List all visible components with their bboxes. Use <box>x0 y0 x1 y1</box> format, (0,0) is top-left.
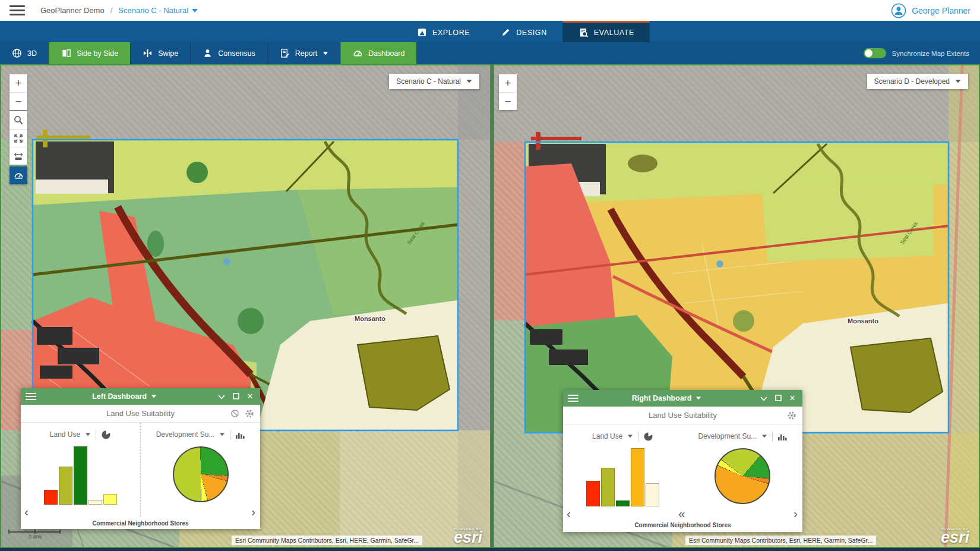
close-icon[interactable]: × <box>245 391 255 402</box>
evaluate-toolbar: 3D Side by Side Swipe Consensus Report D… <box>0 42 980 64</box>
sync-extents-control: Synchronize Map Extents <box>864 42 980 64</box>
user-name: George Planner <box>912 6 970 15</box>
right-map-attribution: Esri Community Maps Contributors, Esri, … <box>685 536 876 545</box>
right-map-scenario-select[interactable]: Scenario D - Developed <box>867 74 968 89</box>
pie-chart-type-icon[interactable] <box>101 430 111 440</box>
panel-menu-icon[interactable] <box>568 393 578 404</box>
panel-menu-icon[interactable] <box>26 391 36 402</box>
full-extent-button[interactable] <box>10 129 27 147</box>
consensus-icon <box>203 48 213 58</box>
zoom-in-button[interactable]: + <box>10 74 27 92</box>
bar-chart-type-icon[interactable] <box>777 432 787 441</box>
app-title: GeoPlanner Demo <box>40 6 105 15</box>
tab-evaluate[interactable]: EVALUATE <box>562 21 650 42</box>
gear-icon[interactable] <box>245 409 254 418</box>
zoom-out-button[interactable]: − <box>10 92 27 110</box>
chevron-down-icon <box>192 9 198 12</box>
widget-title: Land Use Suitability <box>649 411 717 420</box>
pie-chart-widget: Development Su... <box>683 424 803 518</box>
app-header: GeoPlanner Demo / Scenario C - Natural G… <box>0 0 980 21</box>
pie-chart-type-icon[interactable] <box>643 432 653 442</box>
chart-caption: Commercial Neighborhood Stores <box>21 520 260 527</box>
report-icon <box>280 48 290 58</box>
left-dashboard-header[interactable]: Left Dashboard × <box>21 388 260 405</box>
collapse-icon[interactable] <box>758 394 769 403</box>
scenario-breadcrumb-dropdown[interactable]: Scenario C - Natural <box>118 6 198 15</box>
dashboard-button[interactable]: Dashboard <box>340 42 416 64</box>
chevron-down-icon <box>220 433 225 436</box>
pie-chart-widget: Development Su... <box>140 423 260 517</box>
chart-field-select[interactable]: Land Use <box>592 432 622 440</box>
gauge-icon <box>353 48 363 58</box>
panel-title-dropdown[interactable]: Left Dashboard <box>36 392 213 401</box>
collapse-icon[interactable] <box>216 392 227 401</box>
zoom-in-button[interactable]: + <box>499 74 517 92</box>
right-map-zoom-controls: + − <box>499 74 517 110</box>
primary-nav: EXPLORE DESIGN EVALUATE <box>0 21 980 42</box>
user-menu[interactable]: George Planner <box>891 3 970 18</box>
bar-chart-widget: Land Use <box>563 424 683 518</box>
tab-design[interactable]: DESIGN <box>485 21 562 42</box>
left-map-zoom-controls: + − <box>10 74 27 110</box>
maximize-icon[interactable] <box>773 394 783 403</box>
development-suitability-pie-chart[interactable] <box>173 446 229 502</box>
map-label-city: Monsanto <box>355 315 385 322</box>
side-by-side-button[interactable]: Side by Side <box>49 42 130 64</box>
carousel-next-button[interactable]: › <box>251 505 255 519</box>
panel-title-dropdown[interactable]: Right Dashboard <box>578 394 755 402</box>
consensus-button[interactable]: Consensus <box>190 42 267 64</box>
chart-field-select[interactable]: Development Su... <box>698 432 757 440</box>
close-icon[interactable]: × <box>787 393 798 404</box>
bar-chart-widget: Land Use <box>21 423 140 517</box>
sync-extents-toggle[interactable] <box>864 48 886 58</box>
swipe-icon <box>143 48 153 58</box>
chevron-down-icon <box>86 433 90 436</box>
widget-title: Land Use Suitability <box>106 409 175 418</box>
esri-logo: POWERED BYesri <box>454 528 482 544</box>
maximize-icon[interactable] <box>230 392 241 401</box>
dashboard-toggle-button[interactable] <box>10 166 27 184</box>
chart-field-select[interactable]: Development Su... <box>156 430 215 439</box>
zoom-out-button[interactable]: − <box>499 92 517 110</box>
swipe-button[interactable]: Swipe <box>130 42 190 64</box>
breadcrumb-separator: / <box>110 6 113 15</box>
carousel-page-button[interactable]: « <box>678 506 685 521</box>
carousel-prev-button[interactable]: ‹ <box>567 506 571 521</box>
tab-explore[interactable]: EXPLORE <box>402 21 485 42</box>
land-use-bar-chart[interactable] <box>21 446 140 505</box>
chevron-down-icon <box>762 435 767 438</box>
sync-extents-label: Synchronize Map Extents <box>892 50 969 57</box>
globe-icon <box>12 48 22 58</box>
scale-mi-label: 0.4mi <box>29 534 61 540</box>
menu-icon[interactable] <box>10 3 25 18</box>
3d-button[interactable]: 3D <box>0 42 49 64</box>
left-dashboard-panel: Left Dashboard × Land Use Suitability ‹ … <box>21 388 260 529</box>
gear-icon[interactable] <box>787 411 796 420</box>
chevron-down-icon <box>151 395 156 398</box>
report-button[interactable]: Report <box>267 42 341 64</box>
carousel-next-button[interactable]: › <box>794 506 798 521</box>
chart-field-select[interactable]: Land Use <box>50 430 80 439</box>
visibility-icon[interactable] <box>230 409 239 418</box>
measure-button[interactable] <box>10 147 27 165</box>
land-use-bar-chart[interactable] <box>563 448 683 506</box>
right-dashboard-panel: Right Dashboard × Land Use Suitability ‹… <box>563 390 802 532</box>
esri-logo: POWERED BYesri <box>941 528 969 544</box>
chevron-down-icon <box>628 435 633 438</box>
chevron-down-icon <box>696 397 701 400</box>
breadcrumb: GeoPlanner Demo / Scenario C - Natural <box>40 6 198 15</box>
carousel-prev-button[interactable]: ‹ <box>24 505 29 519</box>
left-dashboard-widgets: ‹ Land Use Development Su... <box>21 423 260 517</box>
left-map-scenario-select[interactable]: Scenario C - Natural <box>389 74 479 89</box>
bar-chart-type-icon[interactable] <box>235 430 245 439</box>
right-dashboard-header[interactable]: Right Dashboard × <box>563 390 802 407</box>
evaluate-icon <box>578 27 589 38</box>
chevron-down-icon <box>956 80 961 83</box>
development-suitability-pie-chart[interactable] <box>715 448 770 504</box>
chart-caption: Commercial Neighborhood Stores <box>563 522 802 528</box>
chevron-down-icon <box>467 80 472 83</box>
left-map-attribution: Esri Community Maps Contributors, Esri, … <box>232 536 422 545</box>
left-map-dashboard-toggle-group <box>10 166 27 184</box>
right-dashboard-widgets: ‹ Land Use « Development Su... <box>563 424 802 518</box>
search-button[interactable] <box>10 111 27 129</box>
